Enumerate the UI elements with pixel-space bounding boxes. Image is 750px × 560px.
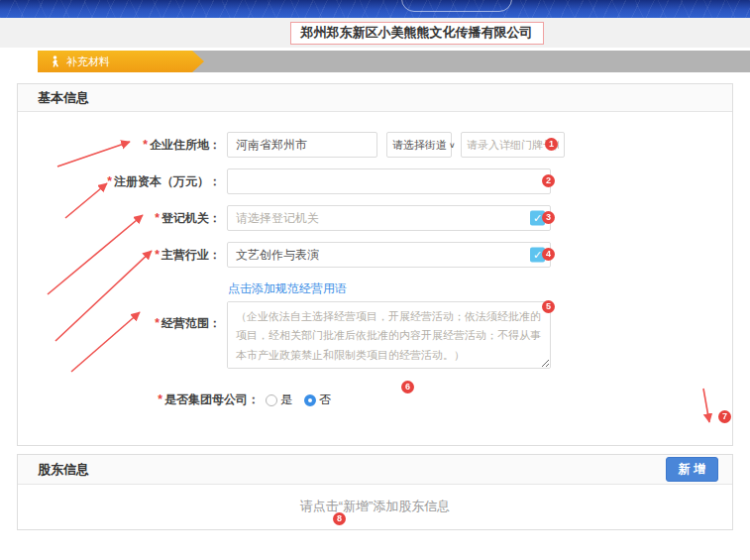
- required-mark: *: [155, 316, 160, 330]
- registration-authority-input[interactable]: [227, 205, 551, 231]
- registration-authority-controls: ✓: [227, 205, 551, 231]
- is-group-parent-options: 是 否: [266, 392, 331, 408]
- row-address: *企业住所地： 请选择街道 ∨: [18, 132, 732, 158]
- registered-capital-controls: [227, 168, 551, 194]
- registered-capital-label: *注册资本（万元）：: [18, 173, 221, 190]
- check-square-icon[interactable]: ✓: [530, 248, 545, 263]
- step-bar: 补充材料: [38, 51, 750, 72]
- add-standard-phrase-link[interactable]: 点击添加规范经营用语: [228, 280, 347, 297]
- main-content: 基本信息 *企业住所地： 请选择街道 ∨: [0, 72, 750, 560]
- add-shareholder-button[interactable]: 新 增: [666, 457, 718, 482]
- company-title: 郑州郑东新区小美熊熊文化传播有限公司: [290, 22, 544, 45]
- radio-yes-icon[interactable]: [266, 394, 277, 406]
- title-strip: 郑州郑东新区小美熊熊文化传播有限公司: [0, 18, 750, 48]
- main-industry-label: *主营行业：: [18, 247, 221, 264]
- shareholder-panel: 股东信息 新 增 请点击“新增”添加股东信息: [17, 454, 733, 530]
- row-business-scope: *经营范围： 点击添加规范经营用语: [18, 279, 732, 369]
- shareholder-title: 股东信息: [38, 461, 89, 479]
- basic-info-body: *企业住所地： 请选择街道 ∨ *注册资本（万元）：: [18, 112, 732, 434]
- page: 郑州郑东新区小美熊熊文化传播有限公司 补充材料 基本信息 *企业住所地：: [0, 0, 750, 560]
- main-industry-input[interactable]: [227, 242, 551, 268]
- person-icon: [51, 56, 59, 67]
- top-banner: [0, 0, 750, 18]
- row-registered-capital: *注册资本（万元）：: [18, 168, 732, 194]
- banner-pattern: [0, 0, 750, 18]
- basic-info-title: 基本信息: [38, 89, 89, 107]
- business-scope-label: *经营范围：: [18, 315, 221, 332]
- radio-option-yes[interactable]: 是: [266, 392, 292, 408]
- row-main-industry: *主营行业： ✓: [18, 242, 732, 268]
- address-city-input[interactable]: [227, 132, 377, 158]
- radio-option-no[interactable]: 否: [304, 392, 331, 408]
- radio-yes-label: 是: [280, 392, 292, 408]
- tab-supplement-material[interactable]: 补充材料: [38, 51, 204, 72]
- shareholder-header: 股东信息 新 增: [18, 455, 732, 485]
- chevron-down-icon: ∨: [449, 141, 456, 150]
- required-mark: *: [155, 211, 160, 225]
- main-industry-controls: ✓: [227, 242, 551, 268]
- street-select[interactable]: 请选择街道 ∨: [386, 132, 452, 158]
- street-select-value: 请选择街道: [392, 138, 447, 153]
- business-scope-textarea[interactable]: [227, 301, 551, 369]
- required-mark: *: [158, 392, 162, 406]
- registered-capital-input[interactable]: [227, 168, 551, 194]
- is-group-parent-label: *是否集团母公司：: [18, 392, 260, 408]
- registration-authority-label: *登记机关：: [18, 210, 221, 227]
- address-controls: 请选择街道 ∨: [227, 132, 565, 158]
- required-mark: *: [155, 248, 160, 262]
- basic-info-panel: 基本信息 *企业住所地： 请选择街道 ∨: [17, 83, 733, 446]
- required-mark: *: [107, 174, 112, 188]
- address-detail-input[interactable]: [461, 132, 565, 158]
- address-label: *企业住所地：: [18, 137, 221, 154]
- required-mark: *: [143, 138, 148, 152]
- radio-no-label: 否: [319, 392, 331, 408]
- radio-no-icon-selected[interactable]: [304, 394, 316, 406]
- row-is-group-parent: *是否集团母公司： 是 否: [18, 392, 732, 434]
- business-scope-controls: 点击添加规范经营用语: [227, 279, 551, 369]
- tab-label: 补充材料: [66, 55, 110, 69]
- banner-pill-outline: [401, 0, 512, 12]
- row-registration-authority: *登记机关： ✓: [18, 205, 732, 231]
- shareholder-empty-hint: 请点击“新增”添加股东信息: [18, 485, 732, 529]
- basic-info-header: 基本信息: [18, 84, 732, 112]
- check-square-icon[interactable]: ✓: [530, 211, 545, 226]
